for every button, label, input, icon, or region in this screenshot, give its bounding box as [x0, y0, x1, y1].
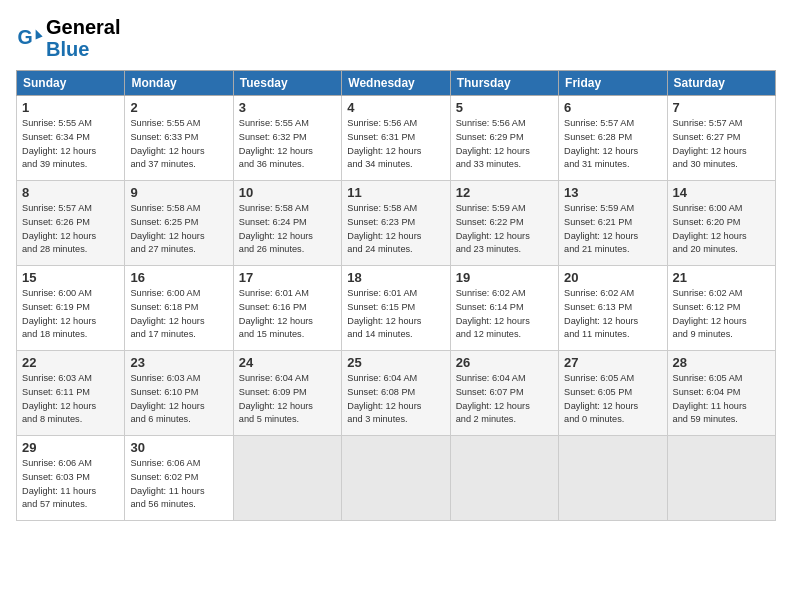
day-info: Sunrise: 5:56 AM Sunset: 6:31 PM Dayligh… — [347, 117, 444, 172]
header-sunday: Sunday — [17, 71, 125, 96]
header-wednesday: Wednesday — [342, 71, 450, 96]
day-number: 30 — [130, 440, 227, 455]
day-number: 19 — [456, 270, 553, 285]
calendar-day-cell: 26Sunrise: 6:04 AM Sunset: 6:07 PM Dayli… — [450, 351, 558, 436]
day-number: 23 — [130, 355, 227, 370]
day-number: 3 — [239, 100, 336, 115]
day-info: Sunrise: 5:58 AM Sunset: 6:23 PM Dayligh… — [347, 202, 444, 257]
day-info: Sunrise: 5:57 AM Sunset: 6:28 PM Dayligh… — [564, 117, 661, 172]
day-info: Sunrise: 5:57 AM Sunset: 6:26 PM Dayligh… — [22, 202, 119, 257]
day-number: 18 — [347, 270, 444, 285]
day-info: Sunrise: 6:04 AM Sunset: 6:07 PM Dayligh… — [456, 372, 553, 427]
calendar-day-cell: 16Sunrise: 6:00 AM Sunset: 6:18 PM Dayli… — [125, 266, 233, 351]
day-info: Sunrise: 6:04 AM Sunset: 6:08 PM Dayligh… — [347, 372, 444, 427]
day-number: 27 — [564, 355, 661, 370]
day-number: 1 — [22, 100, 119, 115]
logo-blue: Blue — [46, 38, 89, 60]
header-friday: Friday — [559, 71, 667, 96]
day-info: Sunrise: 6:01 AM Sunset: 6:15 PM Dayligh… — [347, 287, 444, 342]
day-number: 26 — [456, 355, 553, 370]
calendar-day-cell — [342, 436, 450, 521]
day-info: Sunrise: 5:55 AM Sunset: 6:33 PM Dayligh… — [130, 117, 227, 172]
calendar-day-cell: 12Sunrise: 5:59 AM Sunset: 6:22 PM Dayli… — [450, 181, 558, 266]
day-info: Sunrise: 6:03 AM Sunset: 6:10 PM Dayligh… — [130, 372, 227, 427]
calendar-day-cell: 6Sunrise: 5:57 AM Sunset: 6:28 PM Daylig… — [559, 96, 667, 181]
calendar-day-cell: 27Sunrise: 6:05 AM Sunset: 6:05 PM Dayli… — [559, 351, 667, 436]
calendar-header: Sunday Monday Tuesday Wednesday Thursday… — [17, 71, 776, 96]
day-number: 13 — [564, 185, 661, 200]
calendar-day-cell: 20Sunrise: 6:02 AM Sunset: 6:13 PM Dayli… — [559, 266, 667, 351]
day-info: Sunrise: 6:03 AM Sunset: 6:11 PM Dayligh… — [22, 372, 119, 427]
day-info: Sunrise: 5:56 AM Sunset: 6:29 PM Dayligh… — [456, 117, 553, 172]
logo-icon: G — [16, 24, 44, 52]
day-number: 29 — [22, 440, 119, 455]
day-number: 7 — [673, 100, 770, 115]
day-number: 4 — [347, 100, 444, 115]
day-info: Sunrise: 6:02 AM Sunset: 6:12 PM Dayligh… — [673, 287, 770, 342]
calendar-week-row: 22Sunrise: 6:03 AM Sunset: 6:11 PM Dayli… — [17, 351, 776, 436]
day-info: Sunrise: 6:06 AM Sunset: 6:02 PM Dayligh… — [130, 457, 227, 512]
day-number: 25 — [347, 355, 444, 370]
day-info: Sunrise: 6:05 AM Sunset: 6:05 PM Dayligh… — [564, 372, 661, 427]
day-number: 24 — [239, 355, 336, 370]
calendar-day-cell — [559, 436, 667, 521]
day-info: Sunrise: 6:05 AM Sunset: 6:04 PM Dayligh… — [673, 372, 770, 427]
calendar-day-cell — [233, 436, 341, 521]
day-info: Sunrise: 6:00 AM Sunset: 6:18 PM Dayligh… — [130, 287, 227, 342]
day-number: 12 — [456, 185, 553, 200]
day-info: Sunrise: 5:55 AM Sunset: 6:34 PM Dayligh… — [22, 117, 119, 172]
logo-general: General — [46, 16, 120, 38]
calendar-day-cell — [450, 436, 558, 521]
day-number: 16 — [130, 270, 227, 285]
calendar-day-cell: 10Sunrise: 5:58 AM Sunset: 6:24 PM Dayli… — [233, 181, 341, 266]
calendar-day-cell: 3Sunrise: 5:55 AM Sunset: 6:32 PM Daylig… — [233, 96, 341, 181]
day-number: 21 — [673, 270, 770, 285]
day-info: Sunrise: 6:04 AM Sunset: 6:09 PM Dayligh… — [239, 372, 336, 427]
header-tuesday: Tuesday — [233, 71, 341, 96]
header-monday: Monday — [125, 71, 233, 96]
calendar-day-cell: 30Sunrise: 6:06 AM Sunset: 6:02 PM Dayli… — [125, 436, 233, 521]
day-info: Sunrise: 6:00 AM Sunset: 6:19 PM Dayligh… — [22, 287, 119, 342]
calendar-day-cell: 23Sunrise: 6:03 AM Sunset: 6:10 PM Dayli… — [125, 351, 233, 436]
svg-text:G: G — [17, 26, 32, 48]
day-number: 11 — [347, 185, 444, 200]
calendar-day-cell: 5Sunrise: 5:56 AM Sunset: 6:29 PM Daylig… — [450, 96, 558, 181]
calendar-week-row: 15Sunrise: 6:00 AM Sunset: 6:19 PM Dayli… — [17, 266, 776, 351]
svg-marker-1 — [36, 30, 43, 40]
day-number: 15 — [22, 270, 119, 285]
day-info: Sunrise: 6:06 AM Sunset: 6:03 PM Dayligh… — [22, 457, 119, 512]
calendar-day-cell: 7Sunrise: 5:57 AM Sunset: 6:27 PM Daylig… — [667, 96, 775, 181]
calendar-day-cell: 4Sunrise: 5:56 AM Sunset: 6:31 PM Daylig… — [342, 96, 450, 181]
calendar-day-cell: 21Sunrise: 6:02 AM Sunset: 6:12 PM Dayli… — [667, 266, 775, 351]
day-info: Sunrise: 5:57 AM Sunset: 6:27 PM Dayligh… — [673, 117, 770, 172]
calendar-day-cell: 24Sunrise: 6:04 AM Sunset: 6:09 PM Dayli… — [233, 351, 341, 436]
day-headers-row: Sunday Monday Tuesday Wednesday Thursday… — [17, 71, 776, 96]
calendar-day-cell: 19Sunrise: 6:02 AM Sunset: 6:14 PM Dayli… — [450, 266, 558, 351]
calendar-day-cell: 14Sunrise: 6:00 AM Sunset: 6:20 PM Dayli… — [667, 181, 775, 266]
calendar-week-row: 8Sunrise: 5:57 AM Sunset: 6:26 PM Daylig… — [17, 181, 776, 266]
logo: G General Blue — [16, 16, 120, 60]
calendar-day-cell: 11Sunrise: 5:58 AM Sunset: 6:23 PM Dayli… — [342, 181, 450, 266]
day-info: Sunrise: 6:02 AM Sunset: 6:14 PM Dayligh… — [456, 287, 553, 342]
day-number: 9 — [130, 185, 227, 200]
calendar-day-cell: 18Sunrise: 6:01 AM Sunset: 6:15 PM Dayli… — [342, 266, 450, 351]
day-number: 5 — [456, 100, 553, 115]
header-thursday: Thursday — [450, 71, 558, 96]
day-info: Sunrise: 5:59 AM Sunset: 6:22 PM Dayligh… — [456, 202, 553, 257]
day-number: 28 — [673, 355, 770, 370]
calendar-day-cell: 15Sunrise: 6:00 AM Sunset: 6:19 PM Dayli… — [17, 266, 125, 351]
day-number: 6 — [564, 100, 661, 115]
calendar-day-cell — [667, 436, 775, 521]
calendar-day-cell: 9Sunrise: 5:58 AM Sunset: 6:25 PM Daylig… — [125, 181, 233, 266]
header: G General Blue — [16, 16, 776, 60]
calendar-table: Sunday Monday Tuesday Wednesday Thursday… — [16, 70, 776, 521]
calendar-day-cell: 25Sunrise: 6:04 AM Sunset: 6:08 PM Dayli… — [342, 351, 450, 436]
calendar-day-cell: 13Sunrise: 5:59 AM Sunset: 6:21 PM Dayli… — [559, 181, 667, 266]
calendar-week-row: 1Sunrise: 5:55 AM Sunset: 6:34 PM Daylig… — [17, 96, 776, 181]
calendar-day-cell: 22Sunrise: 6:03 AM Sunset: 6:11 PM Dayli… — [17, 351, 125, 436]
calendar-body: 1Sunrise: 5:55 AM Sunset: 6:34 PM Daylig… — [17, 96, 776, 521]
day-number: 8 — [22, 185, 119, 200]
day-number: 17 — [239, 270, 336, 285]
calendar-day-cell: 28Sunrise: 6:05 AM Sunset: 6:04 PM Dayli… — [667, 351, 775, 436]
day-number: 22 — [22, 355, 119, 370]
